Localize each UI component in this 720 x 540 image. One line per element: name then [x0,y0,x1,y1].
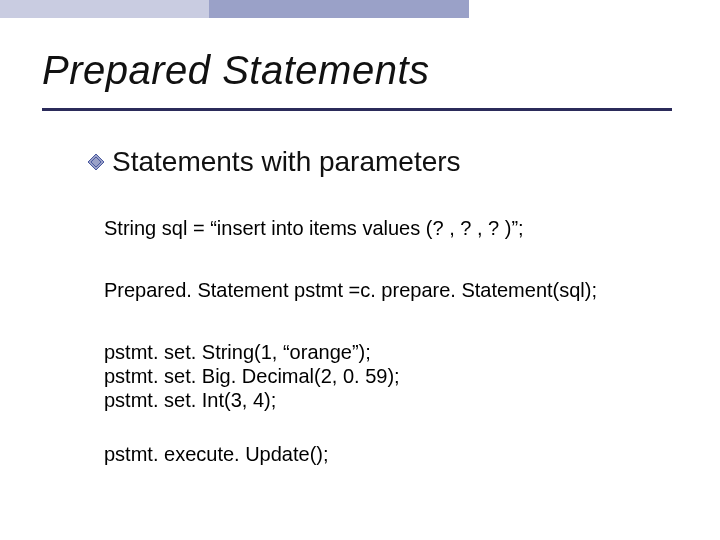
slide-title: Prepared Statements [42,48,430,93]
top-accent-segment-dark [209,0,469,18]
code-line-execute: pstmt. execute. Update(); [104,442,329,466]
code-block-setters: pstmt. set. String(1, “orange”); pstmt. … [104,340,400,412]
top-accent-segment-white [469,0,720,18]
top-accent-bar [0,0,720,18]
code-line-sql: String sql = “insert into items values (… [104,216,524,240]
code-line-set-int: pstmt. set. Int(3, 4); [104,388,400,412]
bullet-label: Statements with parameters [112,146,461,178]
slide: Prepared Statements Statements with para… [0,0,720,540]
code-line-set-bigdecimal: pstmt. set. Big. Decimal(2, 0. 59); [104,364,400,388]
diamond-bullet-icon [88,154,104,170]
top-accent-segment-light [0,0,209,18]
bullet-item: Statements with parameters [88,146,461,178]
title-underline [42,108,672,111]
code-line-prepare: Prepared. Statement pstmt =c. prepare. S… [104,278,597,302]
code-line-set-string: pstmt. set. String(1, “orange”); [104,340,400,364]
